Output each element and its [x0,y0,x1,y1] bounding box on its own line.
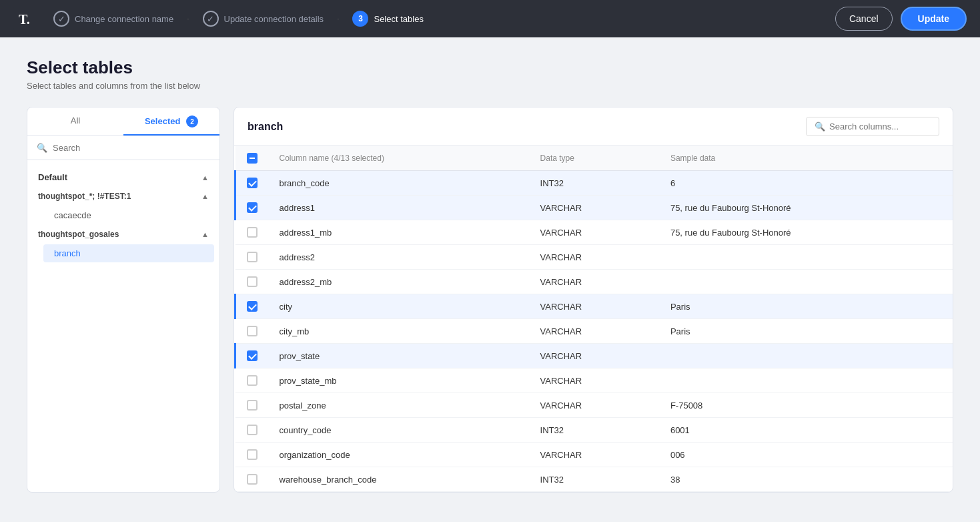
row-checkbox-wrap [246,326,258,336]
sidebar-item-branch[interactable]: branch [43,244,214,262]
row-checkbox-cell [235,294,269,319]
col-type-cell: INT32 [530,467,660,492]
col-type-cell: VARCHAR [530,368,660,393]
header-right: Cancel Update [835,7,967,31]
sidebar-subgroup-header-0[interactable]: thoughtspot_*; !#TEST:1 ▲ [38,188,219,205]
row-checkbox-cell [235,418,269,443]
main-layout: All Selected 2 🔍 Default ▲ [27,107,953,493]
table-row: prov_state_mbVARCHAR [235,368,953,393]
search-box: 🔍 [27,136,219,160]
col-sample-cell: 006 [660,443,953,467]
row-checkbox-wrap [247,301,258,312]
step-check-icon-2: ✓ [203,11,219,27]
row-checkbox[interactable] [247,276,258,287]
row-checkbox-cell [235,220,269,245]
table-row: address2_mbVARCHAR [235,270,953,294]
row-checkbox[interactable] [247,350,258,361]
sidebar-subgroup-header-1[interactable]: thoughtspot_gosales ▲ [38,226,219,243]
col-type-header: Data type [530,146,660,171]
row-checkbox[interactable] [247,326,258,336]
table-panel: branch 🔍 Column [233,107,953,493]
header: T. ✓ Change connection name · ✓ Update c… [0,0,980,37]
col-sample-cell: Paris [660,294,953,319]
column-search-box: 🔍 [806,117,939,136]
row-checkbox[interactable] [247,202,258,213]
col-search-icon: 🔍 [815,121,825,132]
sidebar-group-header-default[interactable]: Default ▲ [27,167,219,188]
col-name-cell: city_mb [269,319,530,344]
col-type-cell: VARCHAR [530,294,660,319]
row-checkbox[interactable] [247,474,258,485]
page-subtitle: Select tables and columns from the list … [27,81,953,91]
row-checkbox-cell [235,368,269,393]
row-checkbox[interactable] [247,178,258,188]
row-checkbox[interactable] [247,449,258,460]
col-sample-cell: Paris [660,319,953,344]
row-checkbox-cell [235,393,269,418]
sidebar-subgroup-0: thoughtspot_*; !#TEST:1 ▲ cacaecde [38,188,219,224]
table-row: postal_zoneVARCHARF-75008 [235,393,953,418]
col-sample-header: Sample data [660,146,953,171]
col-sample-cell: 75, rue du Faubourg St-Honoré [660,196,953,220]
sidebar-content: Default ▲ thoughtspot_*; !#TEST:1 ▲ caca… [27,160,219,272]
col-type-cell: VARCHAR [530,245,660,270]
col-name-cell: address2 [269,245,530,270]
tab-bar: All Selected 2 [27,107,219,136]
row-checkbox-wrap [246,276,258,287]
row-checkbox[interactable] [247,252,258,262]
logo: T. [13,7,37,31]
col-name-cell: address1 [269,196,530,220]
step-divider-2: · [337,14,339,23]
col-sample-cell: 38 [660,467,953,492]
table-row: address2VARCHAR [235,245,953,270]
col-name-cell: prov_state_mb [269,368,530,393]
sidebar-group-default: Default ▲ thoughtspot_*; !#TEST:1 ▲ caca… [27,167,219,262]
header-checkbox-indeterminate[interactable] [247,153,258,164]
col-type-cell: VARCHAR [530,393,660,418]
step-label-1: Change connection name [75,14,173,24]
row-checkbox-wrap [246,449,258,460]
row-checkbox-wrap [246,375,258,386]
row-checkbox-cell [235,467,269,492]
table-row: address1VARCHAR75, rue du Faubourg St-Ho… [235,196,953,220]
svg-text:T.: T. [19,12,30,27]
row-checkbox[interactable] [247,400,258,411]
chevron-up-icon: ▲ [201,174,209,182]
table-row: country_codeINT326001 [235,418,953,443]
table-head-row: Column name (4/13 selected) Data type Sa… [235,146,953,171]
col-name-cell: postal_zone [269,393,530,418]
search-icon: 🔍 [37,143,47,153]
col-sample-cell: 6001 [660,418,953,443]
row-checkbox-cell [235,344,269,368]
sidebar-item-cacaecde[interactable]: cacaecde [43,206,214,224]
step-number: 3 [352,11,368,27]
update-button[interactable]: Update [901,7,967,31]
cancel-button[interactable]: Cancel [835,7,893,31]
search-input[interactable] [53,143,210,153]
col-name-cell: address2_mb [269,270,530,294]
table-body: branch_codeINT326address1VARCHAR75, rue … [235,171,953,492]
row-checkbox-wrap [247,178,258,188]
col-name-cell: organization_code [269,443,530,467]
col-type-cell: VARCHAR [530,319,660,344]
row-checkbox-cell [235,319,269,344]
row-checkbox-cell [235,196,269,220]
tab-selected[interactable]: Selected 2 [123,107,219,136]
row-checkbox-cell [235,245,269,270]
column-search-input[interactable] [829,121,923,132]
wizard-steps: ✓ Change connection name · ✓ Update conn… [53,11,424,27]
row-checkbox[interactable] [247,425,258,435]
step-check-icon: ✓ [53,11,69,27]
row-checkbox-cell [235,443,269,467]
row-checkbox[interactable] [247,227,258,238]
col-name-cell: branch_code [269,171,530,196]
tab-all[interactable]: All [27,107,123,136]
row-checkbox[interactable] [247,301,258,312]
sidebar-subgroup-1: thoughtspot_gosales ▲ branch [38,226,219,262]
step-select-tables: 3 Select tables [352,11,423,27]
col-type-cell: VARCHAR [530,220,660,245]
row-checkbox[interactable] [247,375,258,386]
col-type-cell: VARCHAR [530,270,660,294]
step-change-connection-name: ✓ Change connection name [53,11,173,27]
step-label-2: Update connection details [224,14,324,24]
